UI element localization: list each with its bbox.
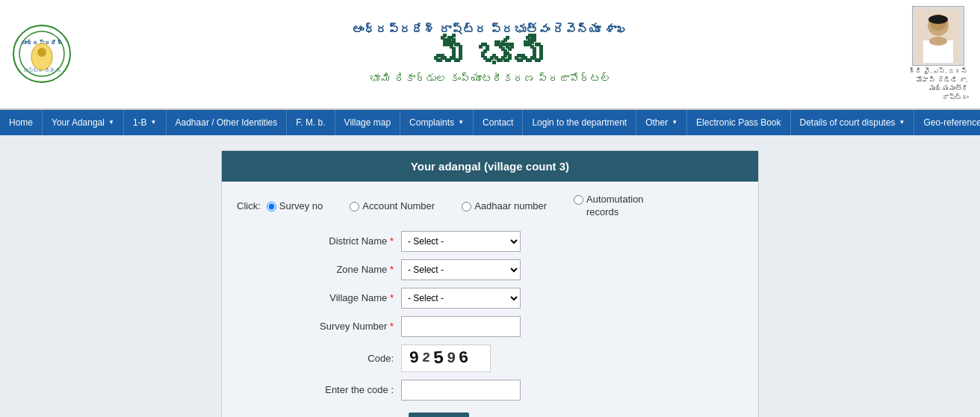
nav-complaints[interactable]: Complaints: [400, 110, 474, 135]
nav-geo[interactable]: Geo-referenced: [914, 110, 980, 135]
survey-row: Survey Number *: [237, 316, 743, 337]
radio-survey-no[interactable]: Survey no: [267, 200, 323, 211]
radio-row: Click: Survey no Account Number Aadhaar …: [237, 194, 743, 219]
header-title-main: మీ భూమి: [72, 37, 908, 72]
svg-point-4: [37, 48, 46, 57]
captcha-char-3: 5: [432, 348, 445, 368]
nav-fmb[interactable]: F. M. b.: [287, 110, 335, 135]
nav-court[interactable]: Details of court disputes: [791, 110, 915, 135]
radio-account-label: Account Number: [362, 200, 435, 211]
nav-home[interactable]: Home: [0, 110, 43, 135]
nav-aadhaar[interactable]: Aadhaar / Other Identities: [167, 110, 288, 135]
site-header: ఆంధ్రప్రదేశ్ రాష్ట్ర చిహ్నం ఆంధ్రప్రదేశ్…: [0, 0, 980, 110]
portrait-svg: [916, 9, 961, 63]
main-content: Your adangal (village count 3) Click: Su…: [0, 135, 980, 417]
nav-other[interactable]: Other: [636, 110, 687, 135]
svg-point-9: [929, 37, 947, 46]
district-select[interactable]: - Select -: [401, 231, 521, 252]
radio-automutation-label: Automutation records: [586, 194, 648, 219]
survey-label: Survey Number *: [237, 321, 401, 332]
captcha-char-1: 9: [409, 348, 420, 368]
village-label: Village Name *: [237, 292, 401, 303]
code-input[interactable]: [401, 380, 521, 401]
nav-contact[interactable]: Contact: [474, 110, 523, 135]
radio-survey-input[interactable]: [267, 202, 276, 211]
captcha-code-row: Code: 9 2 5 9 6: [237, 345, 743, 372]
portrait-image: [912, 6, 964, 66]
header-portrait: శ్రీ వై.ఎస్. జగన్ మోహన్ రెడ్డి గా. ముఖ్య…: [908, 6, 968, 102]
captcha-display: 9 2 5 9 6: [401, 345, 491, 372]
nav-your-adangal[interactable]: Your Adangal: [43, 110, 124, 135]
survey-input[interactable]: [401, 316, 521, 337]
captcha-char-2: 2: [422, 350, 431, 366]
header-subtitle: భూమి రికార్డుల కంప్యూటరీకరణ ప్రజాపోర్టల్: [72, 72, 908, 84]
zone-label: Zone Name *: [237, 264, 401, 275]
enter-code-label: Enter the code :: [237, 384, 401, 395]
svg-text:రాష్ట్ర చిహ్నం: రాష్ట్ర చిహ్నం: [23, 67, 61, 73]
district-label: District Name *: [237, 235, 401, 247]
radio-survey-label: Survey no: [279, 200, 323, 211]
radio-aadhaar[interactable]: Aadhaar number: [462, 200, 547, 211]
header-text: ఆంధ్రప్రదేశ్ రాష్ట్ర ప్రభుత్వం రెవెన్యూ …: [72, 23, 908, 84]
captcha-code-label: Code:: [237, 353, 401, 364]
radio-automutation-input[interactable]: [574, 195, 583, 205]
main-navbar: Home Your Adangal 1-B Aadhaar / Other Id…: [0, 110, 980, 135]
zone-select[interactable]: - Select -: [401, 259, 521, 280]
click-button[interactable]: Click: [409, 413, 469, 417]
village-row: Village Name * - Select -: [237, 288, 743, 309]
radio-group: Survey no Account Number Aadhaar number …: [267, 194, 660, 219]
nav-1b[interactable]: 1-B: [124, 110, 167, 135]
portrait-caption: శ్రీ వై.ఎస్. జగన్ మోహన్ రెడ్డి గా. ముఖ్య…: [908, 67, 968, 102]
radio-aadhaar-input[interactable]: [462, 202, 471, 211]
click-label: Click:: [237, 200, 261, 211]
form-body: Click: Survey no Account Number Aadhaar …: [222, 182, 758, 417]
form-panel: Your adangal (village count 3) Click: Su…: [221, 150, 759, 417]
radio-aadhaar-label: Aadhaar number: [474, 200, 547, 211]
radio-account-input[interactable]: [350, 202, 359, 211]
form-title: Your adangal (village count 3): [222, 151, 758, 182]
logo-svg: ఆంధ్రప్రదేశ్ రాష్ట్ర చిహ్నం: [12, 24, 72, 84]
nav-ebook[interactable]: Electronic Pass Book: [687, 110, 790, 135]
nav-village-map[interactable]: Village map: [335, 110, 400, 135]
radio-automutation[interactable]: Automutation records: [574, 194, 648, 219]
village-select[interactable]: - Select -: [401, 288, 521, 309]
captcha-char-4: 9: [447, 349, 457, 367]
radio-account[interactable]: Account Number: [350, 200, 435, 211]
nav-login[interactable]: Login to the department: [523, 110, 636, 135]
district-row: District Name * - Select -: [237, 231, 743, 252]
site-logo: ఆంధ్రప్రదేశ్ రాష్ట్ర చిహ్నం: [12, 24, 72, 84]
zone-row: Zone Name * - Select -: [237, 259, 743, 280]
captcha-char-5: 6: [458, 348, 469, 368]
svg-point-11: [928, 15, 948, 24]
enter-code-row: Enter the code :: [237, 380, 743, 401]
click-button-row: Click: [237, 408, 743, 417]
